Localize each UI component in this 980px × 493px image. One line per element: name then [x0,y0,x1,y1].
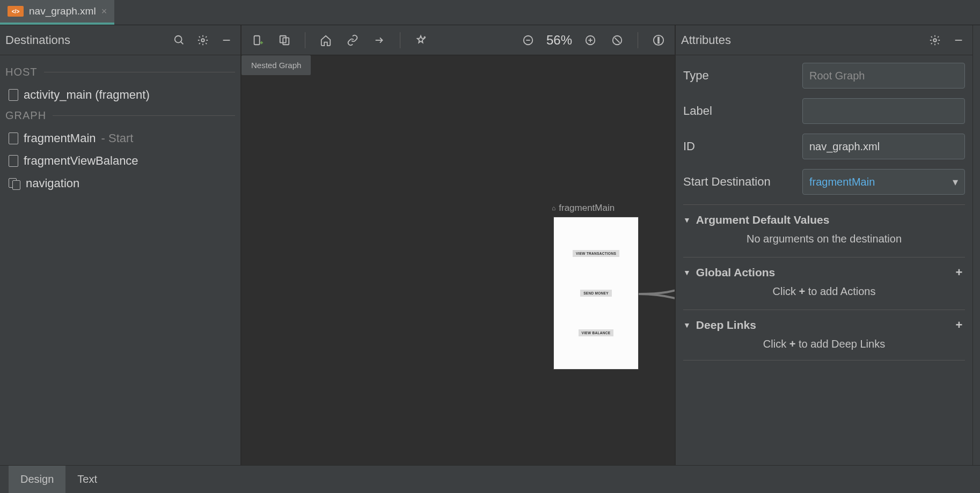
tab-design[interactable]: Design [9,466,65,493]
zoom-percentage: 56% [546,33,572,48]
disclosure-icon: ▼ [683,268,691,277]
design-canvas[interactable]: ⌂ fragmentMain VIEW TRANSACTIONS SEND MO… [242,55,675,465]
svg-line-18 [615,38,619,42]
view-tabs: Design Text [0,465,980,493]
destinations-header: Destinations [0,25,240,55]
graph-item-fragment-main[interactable]: fragmentMain - Start [5,127,235,150]
disclosure-icon: ▼ [683,216,691,224]
chevron-down-icon: ▾ [953,175,958,188]
id-label: ID [683,139,796,153]
list-item-label: navigation [26,176,79,190]
zoom-reset-icon[interactable] [609,32,626,49]
label-label: Label [683,104,796,118]
global-actions-body: Click + to add Actions [683,279,965,300]
nested-graph-icon[interactable] [276,32,293,49]
deep-links-header[interactable]: ▼ Deep Links + [683,319,965,332]
global-actions-header[interactable]: ▼ Global Actions + [683,266,965,279]
destinations-title: Destinations [5,33,164,47]
fragment-main-preview[interactable]: VIEW TRANSACTIONS SEND MONEY VIEW BALANC… [554,217,638,369]
xml-file-icon: </> [8,6,24,17]
label-field[interactable] [802,98,965,124]
file-tab-nav-graph[interactable]: </> nav_graph.xml × [0,0,114,25]
preview-button: SEND MONEY [580,290,612,297]
attributes-title: Attributes [681,33,920,47]
deep-links-body: Click + to add Deep Links [683,332,965,352]
zoom-in-icon[interactable] [582,32,599,49]
disclosure-icon: ▼ [683,321,691,329]
action-arrow-icon[interactable] [371,32,388,49]
start-destination-select[interactable]: fragmentMain ▾ [802,169,965,195]
attributes-panel: Attributes Type Label ID Start Desti [675,25,972,465]
destinations-panel: Destinations HOST activity_main (fragmen… [0,25,242,465]
design-canvas-panel: 56% ⌂ fragmentMain [242,25,675,465]
svg-rect-21 [658,42,659,43]
deep-links-section: ▼ Deep Links + Click + to add Deep Links [683,310,965,360]
add-destination-icon[interactable] [249,32,266,49]
auto-arrange-icon[interactable] [412,32,429,49]
graph-section-label: GRAPH [5,109,235,122]
tab-title: nav_graph.xml [29,5,96,17]
list-item-suffix: - Start [101,131,134,145]
host-item-label: activity_main (fragment) [24,88,150,102]
svg-line-1 [181,41,184,44]
argument-values-header[interactable]: ▼ Argument Default Values [683,214,965,226]
svg-point-24 [933,39,937,42]
close-icon[interactable]: × [101,6,107,17]
home-icon[interactable] [317,32,334,49]
search-icon[interactable] [171,32,188,49]
global-actions-section: ▼ Global Actions + Click + to add Action… [683,257,965,300]
list-item-label: fragmentMain [24,131,96,145]
svg-rect-4 [254,35,260,45]
attributes-header: Attributes [676,25,972,55]
argument-values-section: ▼ Argument Default Values No arguments o… [683,204,965,247]
nested-graph-badge[interactable]: Nested Graph [242,55,311,75]
svg-point-0 [175,35,182,42]
type-field [802,63,965,89]
minimize-icon[interactable] [950,32,967,49]
graph-item-fragment-view-balance[interactable]: fragmentViewBalance [5,150,235,172]
host-item[interactable]: activity_main (fragment) [5,84,235,106]
type-label: Type [683,69,796,83]
add-deeplink-button[interactable]: + [953,319,965,331]
home-indicator-icon: ⌂ [552,204,555,212]
link-icon[interactable] [344,32,361,49]
editor-tabs: </> nav_graph.xml × [0,0,980,25]
nested-graph-icon [9,178,20,189]
tab-text[interactable]: Text [65,466,109,493]
zoom-out-icon[interactable] [520,32,537,49]
gear-icon[interactable] [926,32,944,49]
canvas-toolbar: 56% [242,25,675,55]
graph-item-navigation[interactable]: navigation [5,172,235,195]
errors-icon[interactable] [650,32,667,49]
device-icon [9,89,18,101]
id-field[interactable] [802,134,965,159]
device-icon [9,155,18,167]
svg-point-2 [201,39,204,42]
fragment-main-label: ⌂ fragmentMain [552,203,615,214]
preview-button: VIEW BALANCE [579,329,614,336]
preview-button: VIEW TRANSACTIONS [573,250,619,257]
svg-rect-20 [658,37,659,41]
minimize-icon[interactable] [218,32,235,49]
host-section-label: HOST [5,66,235,78]
add-action-button[interactable]: + [953,267,965,278]
list-item-label: fragmentViewBalance [24,154,138,168]
start-destination-label: Start Destination [683,175,796,189]
scrollbar[interactable] [972,25,980,465]
gear-icon[interactable] [194,32,211,49]
argument-values-body: No arguments on the destination [683,226,965,247]
device-icon [9,133,18,144]
